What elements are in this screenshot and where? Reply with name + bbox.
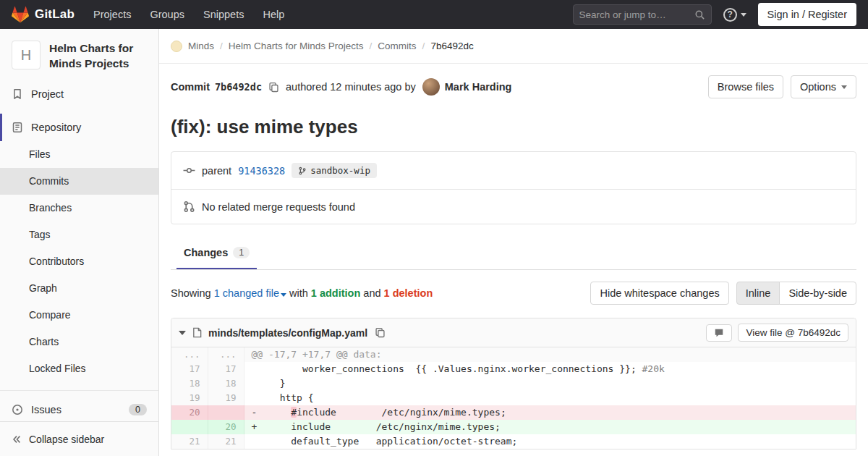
diff-context-row: 21 21 default_type application/octet-str… (171, 434, 856, 449)
breadcrumb-separator: / (220, 41, 223, 51)
collapse-sidebar-button[interactable]: Collapse sidebar (0, 421, 158, 456)
chevron-down-icon (281, 293, 286, 297)
sidebar-subitem-locked-files[interactable]: Locked Files (0, 355, 158, 382)
sidebar-subitem-compare[interactable]: Compare (0, 302, 158, 329)
authored-text: authored 12 minutes ago by (286, 81, 416, 93)
old-line-number[interactable]: 18 (171, 376, 208, 391)
parent-label: parent (202, 165, 231, 177)
side-by-side-view-button[interactable]: Side-by-side (779, 282, 856, 305)
nav-right: ? Sign in / Register (573, 3, 856, 26)
old-line-number[interactable]: 21 (171, 434, 208, 449)
sidebar-item-project[interactable]: Project (0, 80, 158, 108)
nav-menu: Projects Groups Snippets Help (93, 9, 284, 20)
branch-icon (298, 166, 307, 175)
new-line-number[interactable] (208, 405, 244, 420)
group-avatar-icon (171, 41, 182, 52)
diff-table: ... ... @@ -17,7 +17,7 @@ data: 17 17 wo… (171, 347, 856, 449)
old-line-number[interactable]: 17 (171, 362, 208, 376)
nav-item-groups[interactable]: Groups (150, 9, 184, 20)
diff-stats-row: Showing 1 changed file with 1 addition a… (171, 282, 856, 305)
issues-count-badge: 0 (129, 404, 147, 415)
view-file-button[interactable]: View file @ 7b6492dc (738, 324, 848, 342)
diff-context-row: 19 19 http { (171, 391, 856, 405)
copy-file-path-button[interactable] (373, 326, 387, 339)
breadcrumb-link-commits[interactable]: Commits (378, 41, 416, 51)
diff-stats-text: Showing 1 changed file with 1 addition a… (171, 287, 433, 299)
old-line-number[interactable] (171, 420, 208, 434)
sidebar-subitem-branches[interactable]: Branches (0, 195, 158, 221)
chevron-down-icon (741, 13, 746, 17)
breadcrumb: Minds / Helm Charts for Minds Projects /… (159, 29, 868, 64)
commit-icon (183, 164, 195, 177)
inline-view-button[interactable]: Inline (736, 282, 780, 305)
collapse-diff-caret-icon[interactable] (179, 331, 186, 335)
parent-sha-link[interactable]: 91436328 (238, 165, 285, 177)
sidebar-subitem-contributors[interactable]: Contributors (0, 248, 158, 275)
help-icon: ? (723, 8, 737, 22)
old-line-number[interactable]: 20 (171, 405, 208, 420)
sidebar-item-label: Repository (31, 122, 81, 133)
new-line-number[interactable]: 21 (208, 434, 244, 449)
tab-changes[interactable]: Changes 1 (176, 237, 257, 269)
nav-item-help[interactable]: Help (263, 9, 284, 20)
help-menu[interactable]: ? (723, 8, 746, 22)
branch-ref-badge[interactable]: sandbox-wip (292, 163, 377, 178)
sidebar-item-repository[interactable]: Repository (0, 114, 158, 141)
breadcrumb-link-group[interactable]: Minds (188, 41, 214, 51)
gitlab-wordmark: GitLab (35, 7, 75, 22)
with-label: with (289, 287, 308, 299)
additions-count: 1 addition (311, 287, 360, 299)
main-content: Minds / Helm Charts for Minds Projects /… (159, 29, 868, 449)
commit-info-box: parent 91436328 sandbox-wip No related m… (171, 151, 856, 224)
changed-files-label: 1 changed file (214, 287, 279, 299)
tab-changes-label: Changes (184, 247, 228, 258)
code-line: default_type application/octet-stream; (244, 434, 856, 449)
search-input[interactable] (579, 9, 694, 20)
nav-item-projects[interactable]: Projects (93, 9, 131, 20)
sidebar-subitem-commits[interactable]: Commits (0, 168, 158, 195)
search-icon (694, 9, 705, 20)
new-line-number[interactable]: 18 (208, 376, 244, 391)
sidebar-nav: Project Repository Files Commits Branche… (0, 80, 158, 423)
breadcrumb-current-sha: 7b6492dc (430, 41, 473, 51)
gitlab-tanuki-icon (12, 6, 29, 23)
diff-view-actions: Hide whitespace changes Inline Side-by-s… (590, 282, 856, 305)
new-line-number[interactable]: 19 (208, 391, 244, 405)
browse-files-button[interactable]: Browse files (708, 75, 783, 98)
old-line-number[interactable]: 19 (171, 391, 208, 405)
copy-sha-button[interactable] (267, 80, 281, 94)
commit-page: Commit 7b6492dc authored 12 minutes ago … (159, 75, 868, 449)
top-navbar: GitLab Projects Groups Snippets Help ? S… (0, 0, 868, 29)
project-name: Helm Charts for Minds Projects (49, 41, 147, 72)
nav-item-snippets[interactable]: Snippets (203, 9, 244, 20)
sign-in-button[interactable]: Sign in / Register (758, 3, 856, 26)
sidebar-subitem-files[interactable]: Files (0, 141, 158, 168)
author-name-link[interactable]: Mark Harding (445, 81, 512, 93)
breadcrumb-link-project[interactable]: Helm Charts for Minds Projects (229, 41, 364, 51)
diff-view-toggle-group: Inline Side-by-side (736, 282, 856, 305)
search-box[interactable] (573, 4, 712, 25)
changed-files-dropdown[interactable]: 1 changed file (214, 287, 286, 299)
collapse-sidebar-label: Collapse sidebar (29, 434, 104, 445)
sidebar-subitem-charts[interactable]: Charts (0, 329, 158, 355)
sidebar-item-issues[interactable]: Issues 0 (0, 396, 158, 423)
hunk-old-gutter: ... (171, 347, 208, 362)
merge-requests-row: No related merge requests found (171, 189, 856, 224)
copy-icon (268, 82, 279, 93)
sidebar-subitem-graph[interactable]: Graph (0, 275, 158, 302)
gitlab-home-link[interactable]: GitLab (12, 6, 75, 23)
diff-file-header: minds/templates/configMap.yaml View file… (171, 318, 856, 347)
new-line-number[interactable]: 20 (208, 420, 244, 434)
sidebar-subitem-tags[interactable]: Tags (0, 221, 158, 248)
diff-file-path: minds/templates/configMap.yaml (208, 327, 367, 339)
commit-header: Commit 7b6492dc authored 12 minutes ago … (171, 75, 856, 98)
sidebar-item-label: Issues (31, 404, 61, 415)
diff-file-actions: View file @ 7b6492dc (706, 324, 848, 342)
hide-whitespace-button[interactable]: Hide whitespace changes (590, 282, 728, 305)
project-context-link[interactable]: H Helm Charts for Minds Projects (0, 29, 158, 80)
options-dropdown-button[interactable]: Options (791, 75, 856, 98)
toggle-comments-button[interactable] (706, 324, 732, 342)
diff-context-row: 17 17 worker_connections {{ .Values.ngin… (171, 362, 856, 376)
commit-label: Commit (171, 81, 210, 93)
new-line-number[interactable]: 17 (208, 362, 244, 376)
